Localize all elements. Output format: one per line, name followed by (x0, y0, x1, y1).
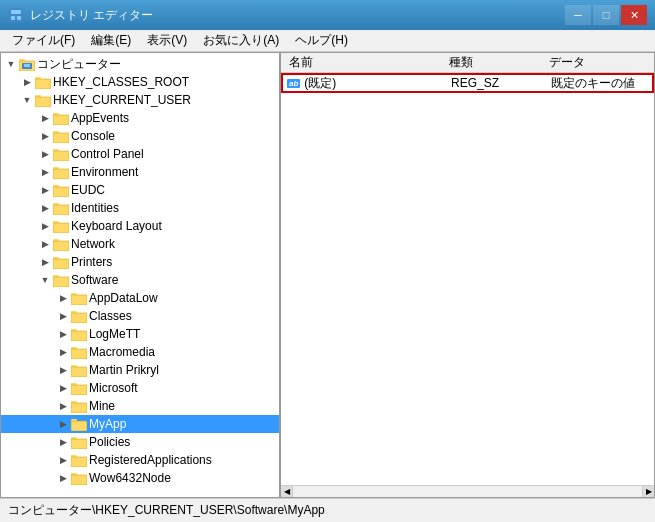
folder-icon-appdatalow (71, 291, 87, 305)
expander-microsoft[interactable]: ▶ (55, 380, 71, 396)
expander-environment[interactable]: ▶ (37, 164, 53, 180)
label-printers: Printers (69, 255, 112, 269)
svg-rect-69 (71, 439, 87, 449)
expander-policies[interactable]: ▶ (55, 434, 71, 450)
svg-rect-3 (17, 16, 21, 20)
svg-rect-27 (53, 187, 69, 197)
expander-logmett[interactable]: ▶ (55, 326, 71, 342)
expander-printers[interactable]: ▶ (37, 254, 53, 270)
expander-appdatalow[interactable]: ▶ (55, 290, 71, 306)
folder-icon-network (53, 237, 69, 251)
expander-mine[interactable]: ▶ (55, 398, 71, 414)
svg-rect-61 (71, 383, 77, 386)
svg-rect-48 (71, 313, 87, 323)
svg-rect-39 (53, 259, 69, 269)
tree-item-environment[interactable]: ▶ Environment (1, 163, 279, 181)
registry-content: ab (既定) REG_SZ 既定のキーの値 (281, 73, 654, 485)
svg-rect-66 (71, 421, 87, 431)
menu-help[interactable]: ヘルプ(H) (287, 30, 356, 51)
expander-console[interactable]: ▶ (37, 128, 53, 144)
tree-item-myapp[interactable]: ▶ MyApp (1, 415, 279, 433)
tree-item-policies[interactable]: ▶ Policies (1, 433, 279, 451)
tree-item-network[interactable]: ▶ Network (1, 235, 279, 253)
svg-rect-55 (71, 347, 77, 350)
folder-icon-mine (71, 399, 87, 413)
expander-wow6432node[interactable]: ▶ (55, 470, 71, 486)
label-console: Console (69, 129, 115, 143)
col-header-name: 名前 (281, 54, 441, 71)
tree-item-console[interactable]: ▶ Console (1, 127, 279, 145)
expander-computer[interactable]: ▼ (3, 56, 19, 72)
hscroll-left-btn[interactable]: ◀ (281, 486, 293, 498)
tree-item-logmett[interactable]: ▶ LogMeTT (1, 325, 279, 343)
tree-item-appevents[interactable]: ▶ AppEvents (1, 109, 279, 127)
tree-item-keyboardlayout[interactable]: ▶ Keyboard Layout (1, 217, 279, 235)
tree-item-macromedia[interactable]: ▶ Macromedia (1, 343, 279, 361)
svg-rect-22 (53, 149, 59, 152)
svg-rect-12 (35, 97, 51, 107)
tree-item-hkcu[interactable]: ▼ HKEY_CURRENT_USER (1, 91, 279, 109)
menu-file[interactable]: ファイル(F) (4, 30, 83, 51)
expander-registeredapplications[interactable]: ▶ (55, 452, 71, 468)
tree-item-microsoft[interactable]: ▶ Microsoft (1, 379, 279, 397)
expander-controlpanel[interactable]: ▶ (37, 146, 53, 162)
menu-edit[interactable]: 編集(E) (83, 30, 139, 51)
folder-icon-wow6432node (71, 471, 87, 485)
expander-hkcr[interactable]: ▶ (19, 74, 35, 90)
expander-appevents[interactable]: ▶ (37, 110, 53, 126)
tree-item-martinprikryl[interactable]: ▶ Martin Prikryl (1, 361, 279, 379)
label-hkcu: HKEY_CURRENT_USER (51, 93, 191, 107)
expander-martinprikryl[interactable]: ▶ (55, 362, 71, 378)
tree-item-classes[interactable]: ▶ Classes (1, 307, 279, 325)
tree-item-registeredapplications[interactable]: ▶ RegisteredApplications (1, 451, 279, 469)
expander-macromedia[interactable]: ▶ (55, 344, 71, 360)
svg-rect-67 (71, 419, 77, 422)
menu-favorites[interactable]: お気に入り(A) (195, 30, 287, 51)
expander-classes[interactable]: ▶ (55, 308, 71, 324)
tree-item-wow6432node[interactable]: ▶ Wow6432Node (1, 469, 279, 487)
tree-item-software[interactable]: ▼ Software (1, 271, 279, 289)
svg-rect-10 (35, 77, 41, 80)
window-controls: ─ □ ✕ (565, 5, 647, 25)
tree-item-printers[interactable]: ▶ Printers (1, 253, 279, 271)
expander-eudc[interactable]: ▶ (37, 182, 53, 198)
label-policies: Policies (87, 435, 130, 449)
expander-keyboardlayout[interactable]: ▶ (37, 218, 53, 234)
expander-hkcu[interactable]: ▼ (19, 92, 35, 108)
main-content: ▼ コンピューター ▶ (0, 52, 655, 498)
tree-item-appdatalow[interactable]: ▶ AppDataLow (1, 289, 279, 307)
minimize-button[interactable]: ─ (565, 5, 591, 25)
tree-item-mine[interactable]: ▶ Mine (1, 397, 279, 415)
maximize-button[interactable]: □ (593, 5, 619, 25)
tree-item-identities[interactable]: ▶ Identities (1, 199, 279, 217)
svg-rect-49 (71, 311, 77, 314)
horizontal-scrollbar[interactable]: ◀ ▶ (281, 485, 654, 497)
folder-icon-keyboardlayout (53, 219, 69, 233)
tree-item-eudc[interactable]: ▶ EUDC (1, 181, 279, 199)
expander-identities[interactable]: ▶ (37, 200, 53, 216)
folder-icon-hkcr (35, 75, 51, 89)
tree-item-controlpanel[interactable]: ▶ Control Panel (1, 145, 279, 163)
hscroll-track[interactable] (293, 486, 642, 498)
label-environment: Environment (69, 165, 138, 179)
right-pane: 名前 種類 データ ab (既定) REG_SZ 既定のキーの値 ◀ ▶ (281, 53, 654, 497)
label-mine: Mine (87, 399, 115, 413)
svg-rect-57 (71, 367, 87, 377)
svg-rect-25 (53, 167, 59, 170)
tree-item-computer[interactable]: ▼ コンピューター (1, 55, 279, 73)
tree-item-hkcr[interactable]: ▶ HKEY_CLASSES_ROOT (1, 73, 279, 91)
hscroll-right-btn[interactable]: ▶ (642, 486, 654, 498)
svg-rect-43 (53, 275, 59, 278)
expander-software[interactable]: ▼ (37, 272, 53, 288)
close-button[interactable]: ✕ (621, 5, 647, 25)
menu-view[interactable]: 表示(V) (139, 30, 195, 51)
tree-pane[interactable]: ▼ コンピューター ▶ (1, 53, 281, 497)
expander-network[interactable]: ▶ (37, 236, 53, 252)
label-appevents: AppEvents (69, 111, 129, 125)
registry-row-default[interactable]: ab (既定) REG_SZ 既定のキーの値 (281, 73, 654, 93)
svg-rect-18 (53, 133, 69, 143)
label-wow6432node: Wow6432Node (87, 471, 171, 485)
folder-icon-software (53, 273, 69, 287)
folder-icon-controlpanel (53, 147, 69, 161)
expander-myapp[interactable]: ▶ (55, 416, 71, 432)
